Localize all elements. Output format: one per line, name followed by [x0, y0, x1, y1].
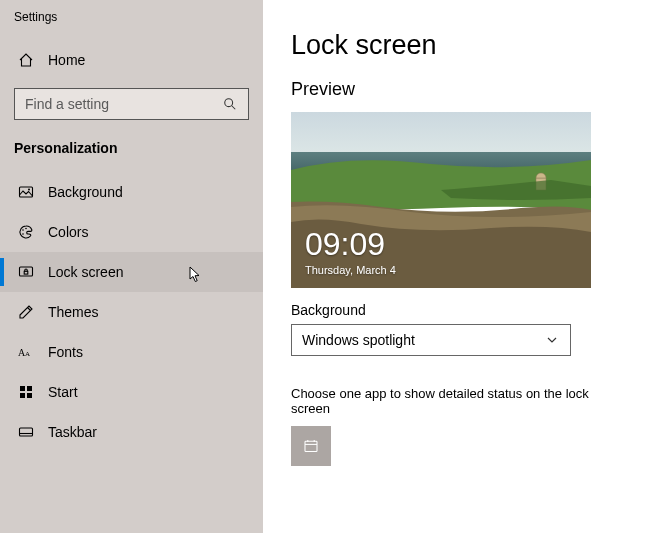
lock-screen-icon — [18, 264, 34, 280]
sidebar-item-start[interactable]: Start — [0, 372, 263, 412]
sidebar-item-label: Colors — [48, 224, 88, 240]
sidebar-item-lock-screen[interactable]: Lock screen — [0, 252, 263, 292]
svg-rect-14 — [20, 393, 25, 398]
sidebar-item-label: Taskbar — [48, 424, 97, 440]
sidebar-item-label: Themes — [48, 304, 99, 320]
sidebar-item-label: Fonts — [48, 344, 83, 360]
preview-label: Preview — [291, 79, 622, 100]
sidebar-item-background[interactable]: Background — [0, 172, 263, 212]
svg-point-3 — [28, 189, 30, 191]
svg-rect-8 — [24, 271, 28, 274]
sidebar: Settings Home Personalization — [0, 0, 263, 533]
svg-rect-15 — [27, 393, 32, 398]
page-title: Lock screen — [291, 30, 622, 61]
lockscreen-preview: 09:09 Thursday, March 4 — [291, 112, 591, 288]
sidebar-item-label: Lock screen — [48, 264, 123, 280]
start-icon — [18, 384, 34, 400]
svg-rect-13 — [27, 386, 32, 391]
svg-rect-16 — [20, 428, 33, 436]
background-icon — [18, 184, 34, 200]
taskbar-icon — [18, 424, 34, 440]
colors-icon — [18, 224, 34, 240]
sidebar-item-fonts[interactable]: A A Fonts — [0, 332, 263, 372]
preview-date: Thursday, March 4 — [305, 264, 396, 276]
svg-rect-12 — [20, 386, 25, 391]
svg-line-9 — [28, 308, 31, 311]
fonts-icon: A A — [18, 344, 34, 360]
chevron-down-icon — [544, 332, 560, 348]
svg-point-0 — [225, 99, 233, 107]
background-label: Background — [291, 302, 622, 318]
svg-point-5 — [25, 228, 27, 230]
sidebar-item-label: Start — [48, 384, 78, 400]
svg-text:A: A — [25, 350, 30, 358]
calendar-icon — [303, 438, 319, 454]
sidebar-nav: Background Colors Lock sc — [0, 168, 263, 452]
home-label: Home — [48, 52, 85, 68]
home-icon — [18, 52, 34, 68]
status-app-tile[interactable] — [291, 426, 331, 466]
svg-point-6 — [22, 233, 24, 235]
search-container — [14, 88, 249, 120]
sidebar-item-home[interactable]: Home — [0, 42, 263, 78]
category-header: Personalization — [0, 120, 263, 168]
app-title: Settings — [0, 8, 263, 42]
status-app-help: Choose one app to show detailed status o… — [291, 386, 622, 416]
search-input[interactable] — [25, 96, 222, 112]
sidebar-item-themes[interactable]: Themes — [0, 292, 263, 332]
svg-line-1 — [232, 106, 236, 110]
preview-time: 09:09 — [305, 228, 385, 260]
search-box[interactable] — [14, 88, 249, 120]
background-dropdown[interactable]: Windows spotlight — [291, 324, 571, 356]
dropdown-value: Windows spotlight — [302, 332, 415, 348]
sidebar-item-label: Background — [48, 184, 123, 200]
sidebar-item-colors[interactable]: Colors — [0, 212, 263, 252]
svg-rect-21 — [305, 441, 317, 451]
sidebar-item-taskbar[interactable]: Taskbar — [0, 412, 263, 452]
themes-icon — [18, 304, 34, 320]
cursor-icon — [189, 266, 203, 284]
main-content: Lock screen Preview — [263, 0, 650, 533]
search-icon — [222, 96, 238, 112]
svg-point-4 — [22, 229, 24, 231]
